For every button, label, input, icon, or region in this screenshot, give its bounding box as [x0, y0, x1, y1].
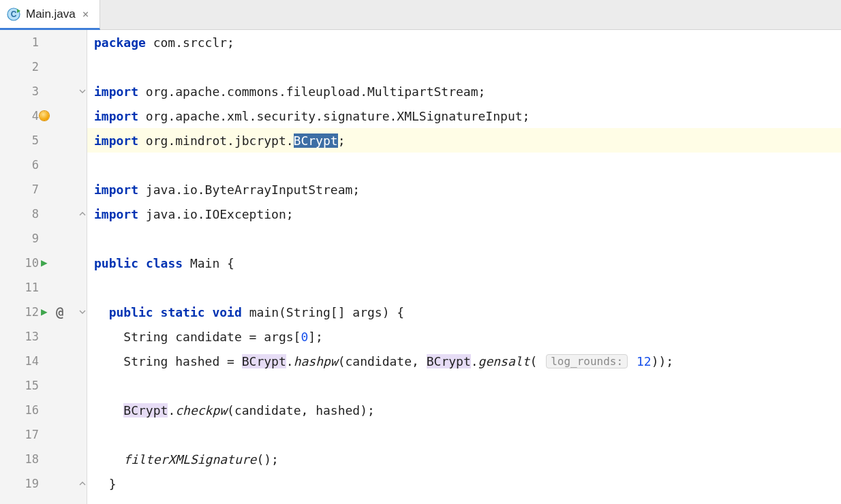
gutter-row[interactable]: 10 ▶: [0, 251, 87, 275]
code-line[interactable]: [87, 54, 841, 79]
gutter-row[interactable]: 17: [0, 422, 87, 447]
code-line[interactable]: import java.io.ByteArrayInputStream;: [87, 177, 841, 202]
gutter-row[interactable]: 6: [0, 153, 87, 177]
override-icon[interactable]: @: [56, 304, 63, 319]
editor: 1 2 3 4 5 6 7 8 9 10 ▶ 11 12 ▶ @ 13 14 1…: [0, 30, 841, 504]
code-line[interactable]: String hashed = BCrypt.hashpw(candidate,…: [87, 349, 841, 373]
code-line-current[interactable]: import org.mindrot.jbcrypt.BCrypt;: [87, 128, 841, 153]
gutter-row[interactable]: 2: [0, 54, 87, 79]
code-area[interactable]: package com.srcclr; import org.apache.co…: [87, 30, 841, 504]
parameter-hint: log_rounds:: [546, 354, 628, 368]
gutter: 1 2 3 4 5 6 7 8 9 10 ▶ 11 12 ▶ @ 13 14 1…: [0, 30, 87, 504]
gutter-row[interactable]: 8: [0, 202, 87, 226]
code-line[interactable]: [87, 153, 841, 177]
fold-toggle-icon[interactable]: [78, 308, 87, 316]
editor-tab[interactable]: C Main.java ×: [0, 0, 100, 30]
fold-toggle-icon[interactable]: [78, 87, 87, 95]
gutter-row[interactable]: 3: [0, 79, 87, 104]
code-line[interactable]: filterXMLSignature();: [87, 447, 841, 471]
tab-filename: Main.java: [26, 7, 76, 21]
svg-text:C: C: [11, 10, 17, 19]
code-line[interactable]: [87, 226, 841, 251]
code-line[interactable]: [87, 373, 841, 398]
gutter-row[interactable]: 1: [0, 30, 87, 54]
identifier-usage: BCrypt: [427, 354, 471, 368]
gutter-row[interactable]: 7: [0, 177, 87, 202]
code-line[interactable]: }: [87, 471, 841, 496]
gutter-row[interactable]: 15: [0, 373, 87, 398]
gutter-row[interactable]: 14: [0, 349, 87, 373]
gutter-row[interactable]: 4: [0, 104, 87, 128]
code-line[interactable]: package com.srcclr;: [87, 30, 841, 54]
warning-icon[interactable]: [40, 111, 49, 121]
gutter-row[interactable]: 11: [0, 275, 87, 300]
gutter-row[interactable]: 9: [0, 226, 87, 251]
gutter-row[interactable]: 18: [0, 447, 87, 471]
tab-close-button[interactable]: ×: [81, 7, 91, 20]
code-line[interactable]: String candidate = args[0];: [87, 324, 841, 349]
code-line[interactable]: import org.apache.commons.fileupload.Mul…: [87, 79, 841, 104]
fold-toggle-icon[interactable]: [78, 479, 87, 488]
code-line[interactable]: public static void main(String[] args) {: [87, 300, 841, 324]
gutter-row[interactable]: 12 ▶ @: [0, 300, 87, 324]
tab-bar: C Main.java ×: [0, 0, 841, 30]
gutter-row[interactable]: 13: [0, 324, 87, 349]
gutter-row[interactable]: 16: [0, 398, 87, 422]
code-line[interactable]: [87, 275, 841, 300]
identifier-usage: BCrypt: [242, 354, 286, 368]
code-line[interactable]: [87, 422, 841, 447]
java-class-icon: C: [7, 7, 20, 21]
fold-toggle-icon[interactable]: [78, 210, 87, 218]
run-gutter-icon[interactable]: ▶: [41, 257, 48, 268]
run-gutter-icon[interactable]: ▶: [41, 306, 48, 317]
gutter-row[interactable]: 19: [0, 471, 87, 496]
code-line[interactable]: public class Main {: [87, 251, 841, 275]
gutter-row[interactable]: 5: [0, 128, 87, 153]
selection: BCrypt: [294, 133, 338, 148]
code-line[interactable]: import java.io.IOException;: [87, 202, 841, 226]
code-line[interactable]: BCrypt.checkpw(candidate, hashed);: [87, 398, 841, 422]
code-line[interactable]: import org.apache.xml.security.signature…: [87, 104, 841, 128]
identifier-usage: BCrypt: [123, 403, 168, 418]
